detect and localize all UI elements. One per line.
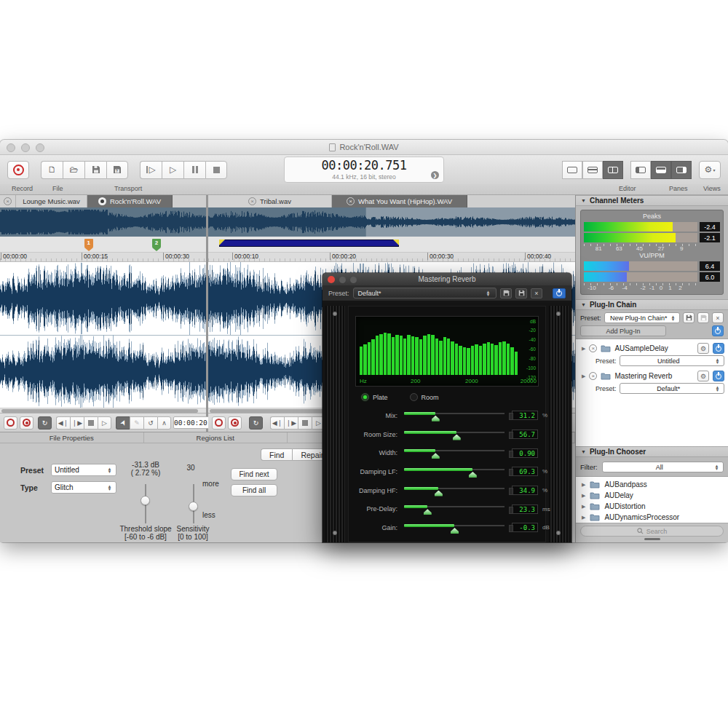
right-overview-strip[interactable] (208, 207, 575, 237)
channel-meters-header[interactable]: ▼ Channel Meters (576, 195, 728, 206)
slider-thumb[interactable] (424, 509, 432, 515)
plugin-power-button[interactable] (713, 371, 724, 381)
editor-hsplit-view-button[interactable] (582, 161, 603, 179)
slider-thumb[interactable] (451, 528, 459, 534)
left-overview-strip[interactable] (0, 207, 206, 237)
select-tool-button[interactable]: ➤ (116, 416, 130, 430)
close-window-button[interactable] (328, 276, 335, 283)
editor-single-view-button[interactable] (562, 161, 582, 179)
left-marker-strip[interactable]: 1 2 (0, 237, 206, 253)
plugin-settings-button[interactable]: ⚙ (697, 343, 709, 354)
preset-dropdown[interactable]: Untitled ▲▼ (51, 464, 116, 476)
plugin-chooser-header[interactable]: ▼ Plug-In Chooser (576, 446, 728, 457)
find-all-button[interactable]: Find all (231, 484, 277, 496)
stop-button[interactable] (205, 161, 227, 179)
plate-radio[interactable]: Plate (361, 393, 388, 401)
slider-thumb[interactable] (453, 435, 461, 440)
chooser-item[interactable]: ▶AUBandpass (576, 479, 728, 490)
plugin-power-button[interactable] (553, 288, 566, 298)
go-start-button[interactable]: ◀❘ (270, 416, 284, 430)
plugin-chain-header[interactable]: ▼ Plug-In Chain (576, 299, 728, 310)
save-button[interactable] (84, 161, 106, 179)
add-plugin-button[interactable]: Add Plug-In (580, 325, 666, 336)
minimize-window-button[interactable] (21, 143, 30, 152)
filter-dropdown[interactable]: All ▲▼ (602, 462, 724, 472)
mix-slider[interactable] (404, 410, 505, 422)
type-dropdown[interactable]: Glitch ▲▼ (51, 481, 116, 494)
go-end-button[interactable]: ❘▶ (284, 416, 298, 430)
record-arm-button[interactable] (212, 416, 226, 430)
pencil-tool-button[interactable]: ✎ (130, 416, 143, 430)
editor-vsplit-view-button[interactable] (603, 161, 623, 179)
overview-waveform-canvas[interactable] (0, 207, 206, 237)
chooser-item[interactable]: ▶AUDynamicsProcessor (576, 512, 728, 523)
envelope-tool-button[interactable]: ∧ (157, 416, 171, 430)
threshold-slider-thumb[interactable] (141, 496, 150, 505)
waveform-canvas[interactable] (0, 262, 206, 408)
preset-save-as-button[interactable] (515, 288, 527, 298)
chain-item-mastering-reverb[interactable]: ▶ × Mastering Reverb ⚙ (576, 369, 728, 383)
chooser-item[interactable]: ▶AUDistortion (576, 501, 728, 512)
zoom-window-button[interactable] (350, 277, 357, 283)
pane-left-toggle[interactable] (630, 161, 651, 179)
remove-plugin-icon[interactable]: × (589, 344, 597, 352)
overview-waveform-canvas[interactable] (208, 207, 575, 237)
play-button-small[interactable]: ▷ (98, 416, 111, 430)
close-window-button[interactable] (7, 143, 15, 152)
damping-hf-slider[interactable] (404, 485, 505, 496)
right-marker-strip[interactable] (208, 237, 575, 253)
stop-button-small[interactable] (298, 416, 312, 430)
open-file-button[interactable]: 🗁 (63, 161, 84, 179)
record-arm-button[interactable] (4, 416, 17, 430)
play-from-start-button[interactable]: ▷ (140, 161, 162, 179)
panel-resize-handle[interactable] (644, 538, 660, 540)
chain-power-button[interactable] (712, 325, 724, 336)
record-start-button[interactable] (228, 416, 242, 430)
plugin-settings-button[interactable]: ⚙ (697, 371, 709, 381)
go-start-button[interactable]: ◀❘ (56, 416, 70, 430)
tab-rocknroll[interactable]: Rock'n'Roll.WAV (87, 195, 173, 207)
width-slider[interactable] (404, 447, 505, 459)
tab-what-you-want[interactable]: × What You Want (HipHop).WAV (332, 195, 467, 207)
pause-button[interactable] (183, 161, 205, 179)
chain-save-as-button[interactable] (697, 312, 709, 323)
time-options-icon[interactable]: ❯ (431, 171, 439, 179)
zoom-window-button[interactable] (36, 143, 44, 152)
find-mode-button[interactable]: Find (261, 448, 292, 461)
pre-delay-slider[interactable] (404, 503, 505, 515)
tab-file-properties[interactable]: File Properties (0, 432, 144, 443)
find-next-button[interactable]: Find next (231, 468, 277, 480)
save-as-button[interactable]: ? (106, 161, 128, 179)
loop-button[interactable]: ↻ (249, 416, 263, 430)
go-end-button[interactable]: ❘▶ (70, 416, 84, 430)
chooser-item[interactable]: ▶AUDelay (576, 490, 728, 501)
room-radio[interactable]: Room (410, 393, 439, 401)
stop-button-small[interactable] (84, 416, 98, 430)
sensitivity-slider-thumb[interactable] (189, 502, 198, 511)
chain-save-button[interactable] (683, 312, 695, 323)
plugin-preset-dropdown[interactable]: Default* ▲▼ (620, 383, 724, 394)
chain-delete-button[interactable]: × (712, 312, 724, 323)
chain-item-ausampledelay[interactable]: ▶ × AUSampleDelay ⚙ (576, 341, 728, 355)
gain-slider[interactable] (404, 522, 505, 534)
tab-regions-list[interactable]: Regions List (144, 432, 288, 443)
disclosure-triangle-icon[interactable]: ▶ (582, 373, 585, 379)
selection-range-bar[interactable] (219, 240, 399, 247)
tab-lounge-music[interactable]: Lounge Music.wav (16, 195, 87, 207)
damping-lf-slider[interactable] (404, 466, 505, 478)
tab-tribal[interactable]: × Tribal.wav (208, 195, 332, 207)
loop-button[interactable]: ↻ (38, 416, 52, 430)
plugin-power-button[interactable] (713, 343, 724, 354)
preset-delete-button[interactable]: × (531, 288, 542, 298)
room-size-slider[interactable] (404, 429, 505, 440)
record-button[interactable] (7, 161, 29, 179)
plugin-preset-dropdown[interactable]: Untitled ▲▼ (620, 355, 724, 366)
slider-thumb[interactable] (435, 491, 443, 496)
play-button[interactable]: ▷ (162, 161, 183, 179)
views-button[interactable]: ⚙▾ (699, 161, 721, 179)
record-start-button[interactable] (20, 416, 33, 430)
remove-plugin-icon[interactable]: × (589, 372, 597, 380)
disclosure-triangle-icon[interactable]: ▶ (582, 346, 585, 352)
left-waveform[interactable] (0, 262, 206, 408)
search-input[interactable]: Search (580, 526, 724, 537)
